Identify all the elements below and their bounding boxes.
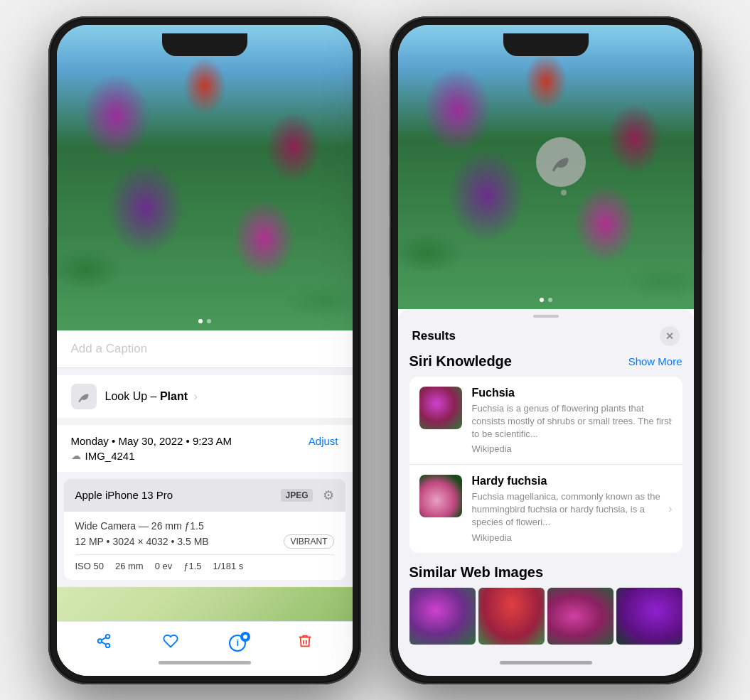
web-image-2[interactable]	[478, 588, 545, 645]
knowledge-item-fuchsia[interactable]: Fuchsia Fuchsia is a genus of flowering …	[409, 377, 682, 465]
chevron-icon: ›	[193, 390, 197, 402]
lookup-label: Look Up – Plant ›	[105, 390, 198, 403]
lookup-row[interactable]: Look Up – Plant ›	[57, 375, 353, 418]
web-image-1[interactable]	[409, 588, 476, 645]
lookup-icon	[71, 384, 97, 409]
thumb2-background	[419, 475, 462, 517]
hardy-fuchsia-thumbnail	[419, 475, 462, 517]
phone-2: Results ✕ Siri Knowledge Show More	[390, 16, 702, 684]
hardy-fuchsia-description: Fuchsia magellanica, commonly known as t…	[472, 490, 673, 529]
heart-icon	[163, 633, 178, 649]
volume-up-button-2[interactable]	[390, 166, 390, 215]
thumb1-background	[419, 387, 462, 429]
hardy-fuchsia-text: Hardy fuchsia Fuchsia magellanica, commo…	[472, 475, 673, 543]
caption-field[interactable]: Add a Caption	[57, 330, 353, 368]
like-button[interactable]	[163, 633, 178, 653]
dot-1-2	[540, 298, 544, 302]
dot-1	[198, 319, 203, 323]
camera-section: Apple iPhone 13 Pro JPEG ⚙ Wide Camera —…	[64, 479, 345, 580]
volume-down-button-2[interactable]	[390, 226, 390, 276]
flower-photo	[57, 25, 353, 330]
home-bar-2	[500, 661, 592, 664]
fuchsia-name: Fuchsia	[472, 387, 673, 399]
delete-button[interactable]	[297, 633, 313, 653]
silent-switch-2	[390, 130, 390, 156]
lookup-subject: Plant	[160, 390, 188, 402]
lookup-text: Look Up –	[105, 390, 157, 402]
info-badge	[240, 632, 250, 642]
info-badge-dot	[243, 635, 247, 639]
megapixels: 12 MP • 3024 × 4032 • 3.5 MB	[75, 536, 209, 547]
date-row: Monday • May 30, 2022 • 9:23 AM Adjust	[71, 435, 338, 447]
fuchsia-thumbnail	[419, 387, 462, 429]
results-sheet: Results ✕ Siri Knowledge Show More	[398, 309, 694, 676]
results-header: Results ✕	[398, 318, 694, 353]
phone-1: Add a Caption Look Up – Plant ›	[48, 16, 361, 684]
flower-background	[57, 25, 353, 330]
vibrant-badge: VIBRANT	[284, 534, 333, 549]
info-letter: i	[236, 637, 239, 648]
fuchsia-chevron-icon: ›	[668, 414, 672, 426]
adjust-button[interactable]: Adjust	[309, 435, 338, 447]
siri-knowledge-title: Siri Knowledge	[409, 353, 512, 370]
exif-row: ISO 50 26 mm 0 ev ƒ1.5 1/181 s	[75, 554, 334, 571]
share-button[interactable]	[96, 633, 112, 653]
close-button[interactable]: ✕	[660, 326, 680, 346]
aperture: ƒ1.5	[183, 561, 201, 571]
hardy-fuchsia-name: Hardy fuchsia	[472, 475, 673, 488]
photo-pagination	[198, 319, 211, 323]
hardy-fuchsia-chevron-icon: ›	[668, 502, 672, 515]
filename: IMG_4241	[85, 450, 135, 462]
photo-date: Monday • May 30, 2022 • 9:23 AM	[71, 435, 232, 447]
camera-badges: JPEG ⚙	[281, 488, 333, 503]
fuchsia-source: Wikipedia	[472, 443, 673, 454]
home-indicator-2	[500, 656, 592, 670]
siri-knowledge-header: Siri Knowledge Show More	[409, 353, 682, 370]
info-button[interactable]: i	[229, 635, 246, 652]
trash-icon	[297, 633, 313, 649]
cloud-icon: ☁	[71, 450, 81, 461]
exposure-value: 0 ev	[155, 561, 173, 571]
volume-up-button[interactable]	[48, 166, 49, 215]
camera-details: Wide Camera — 26 mm ƒ1.5 12 MP • 3024 × …	[64, 512, 345, 580]
show-more-button[interactable]: Show More	[628, 355, 682, 367]
siri-bubble	[536, 137, 586, 187]
fuchsia-text: Fuchsia Fuchsia is a genus of flowering …	[472, 387, 673, 455]
results-content: Siri Knowledge Show More Fuchsia Fuchsia…	[398, 353, 694, 676]
web-images-row	[409, 588, 682, 645]
share-icon	[96, 633, 112, 649]
filename-row: ☁ IMG_4241	[71, 450, 338, 462]
web-image-4[interactable]	[616, 588, 682, 645]
focal-length: 26 mm	[115, 561, 144, 571]
knowledge-item-hardy-fuchsia[interactable]: Hardy fuchsia Fuchsia magellanica, commo…	[409, 465, 682, 553]
camera-wide: Wide Camera — 26 mm ƒ1.5	[75, 520, 334, 532]
settings-icon: ⚙	[323, 488, 334, 503]
shutter-speed: 1/181 s	[213, 561, 244, 571]
phone-2-screen: Results ✕ Siri Knowledge Show More	[398, 25, 694, 676]
leaf-icon	[76, 389, 92, 404]
web-image-3[interactable]	[547, 588, 614, 645]
power-button[interactable]	[360, 180, 361, 251]
home-bar	[159, 661, 251, 664]
dot-2-2	[548, 298, 552, 302]
jpeg-badge: JPEG	[281, 489, 312, 502]
power-button-2[interactable]	[702, 180, 702, 251]
flower-photo-2	[398, 25, 694, 309]
page: Add a Caption Look Up – Plant ›	[0, 2, 750, 699]
results-title: Results	[412, 329, 456, 343]
siri-dot	[561, 190, 567, 195]
camera-header: Apple iPhone 13 Pro JPEG ⚙	[64, 479, 345, 512]
notch-2	[503, 33, 589, 56]
fuchsia-description: Fuchsia is a genus of flowering plants t…	[472, 402, 673, 441]
phone-1-screen: Add a Caption Look Up – Plant ›	[57, 25, 353, 676]
siri-leaf-icon	[548, 149, 574, 175]
iso: ISO 50	[75, 561, 104, 571]
dot-2	[207, 319, 211, 323]
home-indicator-1	[159, 656, 251, 670]
web-images-section: Similar Web Images	[409, 564, 682, 645]
silent-switch	[48, 130, 49, 156]
caption-placeholder[interactable]: Add a Caption	[71, 342, 148, 355]
hardy-fuchsia-source: Wikipedia	[472, 532, 673, 543]
volume-down-button[interactable]	[48, 226, 49, 276]
knowledge-card: Fuchsia Fuchsia is a genus of flowering …	[409, 377, 682, 553]
